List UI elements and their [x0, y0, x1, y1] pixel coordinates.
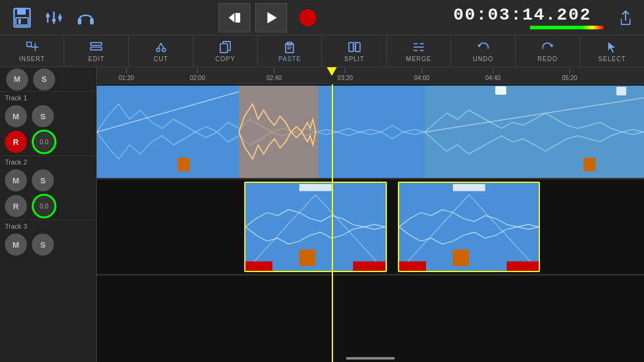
mixer-button[interactable]: [38, 3, 70, 32]
ruler-mark-line: [422, 68, 422, 73]
undo-button[interactable]: UNDO: [451, 35, 515, 67]
svg-rect-63: [453, 249, 469, 266]
track1-waveform-right: [425, 86, 644, 178]
merge-icon: [411, 40, 426, 54]
redo-button[interactable]: REDO: [515, 35, 580, 67]
timecode-value: 00:03:14.202: [441, 6, 604, 24]
track2-lane: [97, 180, 644, 275]
svg-rect-13: [236, 13, 241, 23]
track3-lane: [97, 276, 644, 362]
copy-button[interactable]: COPY: [193, 35, 258, 67]
track2-s-button[interactable]: S: [32, 169, 54, 191]
track1-m-button[interactable]: M: [5, 105, 27, 127]
track1-s-button[interactable]: S: [32, 105, 54, 127]
insert-label: INSERT: [19, 56, 45, 62]
master-row: M S: [0, 67, 96, 92]
track1-clip-handle-right[interactable]: [495, 86, 506, 95]
track2-clip2[interactable]: [398, 182, 540, 272]
top-toolbar: 00:03:14.202: [0, 0, 644, 35]
ruler-mark-line: [274, 68, 274, 73]
track3-s-button[interactable]: S: [32, 234, 54, 256]
ruler-mark-line: [345, 68, 345, 73]
master-s-button[interactable]: S: [33, 68, 55, 90]
cut-label: CUT: [154, 56, 168, 62]
track2-clip1[interactable]: [244, 182, 386, 272]
select-label: SELECT: [598, 56, 626, 62]
timeline-area: 01:20 02:00 02:40 03:20 04:00 04:40 05:2…: [97, 67, 644, 362]
paste-icon: [282, 40, 297, 54]
track3-m-button[interactable]: M: [5, 234, 27, 256]
edit-button[interactable]: EDIT: [64, 35, 129, 67]
merge-button[interactable]: MERGE: [387, 35, 451, 67]
redo-label: REDO: [537, 56, 558, 62]
share-button[interactable]: [613, 3, 638, 32]
track3-label: Track 3: [5, 223, 91, 230]
ruler-mark-0400: 04:00: [414, 67, 430, 81]
ruler-mark-line: [569, 68, 570, 73]
track-lanes[interactable]: [97, 84, 644, 362]
ruler-mark-0440: 04:40: [485, 67, 501, 81]
track-controls: M S Track 1 M S R 0.0 Track 2 M S R 0: [0, 67, 97, 362]
save-button[interactable]: [6, 3, 38, 32]
track2-volume-knob[interactable]: 0.0: [32, 194, 56, 218]
headphones-button[interactable]: [70, 3, 102, 32]
ruler-mark-label: 03:20: [337, 75, 353, 81]
svg-rect-33: [348, 43, 353, 52]
svg-marker-14: [268, 12, 277, 23]
track1-r-button[interactable]: R: [5, 131, 27, 153]
ruler-mark-line: [493, 68, 493, 73]
svg-point-8: [52, 18, 56, 22]
split-label: SPLIT: [344, 56, 364, 62]
paste-button[interactable]: PASTE: [258, 35, 322, 67]
scroll-bar[interactable]: [346, 357, 395, 360]
split-button[interactable]: SPLIT: [322, 35, 386, 67]
ruler: 01:20 02:00 02:40 03:20 04:00 04:40 05:2…: [97, 67, 644, 84]
svg-point-24: [162, 48, 166, 52]
ruler-mark-label: 04:00: [414, 75, 430, 81]
track2-label: Track 2: [5, 158, 91, 166]
svg-rect-45: [239, 86, 318, 178]
edit-icon: [89, 40, 103, 54]
svg-line-26: [161, 43, 164, 48]
svg-rect-2: [16, 18, 28, 25]
svg-rect-56: [299, 249, 315, 266]
svg-rect-28: [220, 44, 228, 53]
svg-rect-1: [17, 9, 26, 15]
cut-icon: [154, 40, 168, 54]
record-button[interactable]: [292, 3, 324, 32]
cut-button[interactable]: CUT: [129, 35, 193, 67]
ruler-mark-line: [126, 68, 127, 73]
svg-rect-65: [506, 261, 539, 271]
copy-label: COPY: [215, 56, 235, 62]
ruler-mark-0520: 05:20: [562, 67, 577, 81]
insert-button[interactable]: INSERT: [0, 35, 64, 67]
svg-marker-12: [229, 13, 234, 23]
select-button[interactable]: SELECT: [580, 35, 644, 67]
track1-label: Track 1: [5, 94, 91, 102]
svg-rect-46: [178, 158, 190, 171]
copy-icon: [218, 40, 233, 54]
rewind-button[interactable]: [219, 3, 250, 32]
track2-r-button[interactable]: R: [5, 195, 27, 217]
svg-rect-58: [353, 261, 386, 271]
merge-label: MERGE: [406, 56, 432, 62]
svg-rect-22: [91, 47, 102, 50]
track1-volume-knob[interactable]: 0.0: [32, 130, 56, 154]
track1-clip-right[interactable]: [425, 86, 644, 178]
ruler-mark-label: 02:00: [190, 75, 205, 81]
svg-rect-34: [355, 43, 359, 52]
level-meter: [530, 26, 604, 29]
play-button[interactable]: [255, 3, 287, 32]
track1-lane: [97, 84, 644, 179]
svg-rect-11: [90, 18, 94, 24]
track2-m-button[interactable]: M: [5, 169, 27, 191]
ruler-mark-label: 04:40: [485, 75, 501, 81]
track2-waveform1: [245, 183, 385, 271]
main-area: M S Track 1 M S R 0.0 Track 2 M S R 0: [0, 67, 644, 362]
track1-controls: Track 1 M S R 0.0: [0, 92, 96, 156]
ruler-marks: 01:20 02:00 02:40 03:20 04:00 04:40 05:2…: [97, 67, 644, 84]
master-m-button[interactable]: M: [6, 68, 28, 90]
svg-rect-51: [584, 158, 596, 171]
svg-point-23: [156, 48, 159, 52]
undo-icon: [476, 40, 490, 54]
